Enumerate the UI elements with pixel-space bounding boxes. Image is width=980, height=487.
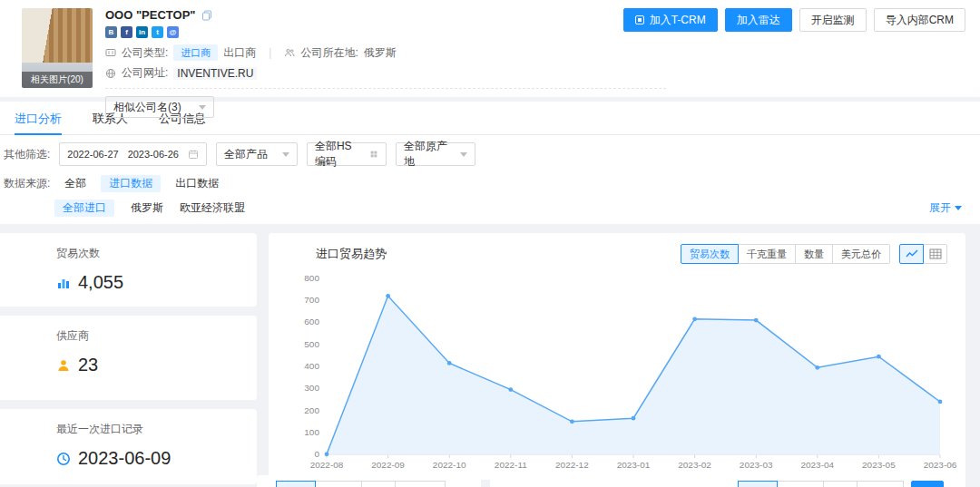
company-type-label: 公司类型: (122, 45, 168, 61)
location-label: 公司所在地: (300, 45, 358, 61)
svg-text:2022-12: 2022-12 (555, 460, 589, 470)
supplier-card: 供应商 23 (0, 316, 257, 400)
svg-text:2023-01: 2023-01 (617, 460, 651, 470)
import-crm-button[interactable]: 导入内部CRM (874, 8, 965, 32)
expand-button[interactable]: 展开 (929, 200, 962, 216)
source-option-import[interactable]: 进口数据 (101, 175, 161, 192)
related-images-label[interactable]: 相关图片(20) (22, 72, 93, 88)
svg-text:2023-04: 2023-04 (800, 460, 834, 470)
scope-option-russia[interactable]: 俄罗斯 (131, 200, 163, 216)
similar-companies-label: 相似公司名(3) (113, 100, 181, 115)
scope-option-eaeu[interactable]: 欧亚经济联盟 (180, 200, 245, 216)
metric-toggle-quantity[interactable]: 数量 (795, 244, 833, 264)
linkedin-icon[interactable]: in (136, 26, 148, 38)
svg-text:2023-06: 2023-06 (924, 460, 957, 470)
metric-toggle-kg-weight[interactable]: 千克重量 (738, 244, 796, 264)
source-option-export[interactable]: 出口数据 (175, 176, 219, 191)
company-name: OOO "PECTOP" (105, 8, 196, 22)
date-end-value: 2023-06-26 (128, 149, 179, 160)
last-import-title: 最近一次进口记录 (56, 422, 242, 437)
metric-toggle-trade-count[interactable]: 贸易次数 (681, 244, 739, 264)
email-icon[interactable]: @ (167, 26, 179, 38)
stats-column: 贸易次数 4,055 供应商 23 最近一次进口记录 (0, 233, 257, 484)
chevron-down-icon (199, 105, 206, 110)
svg-text:2023-03: 2023-03 (740, 460, 773, 470)
supplier-value: 23 (78, 355, 98, 375)
svg-text:0: 0 (314, 449, 319, 459)
divider (105, 88, 666, 89)
social-links: B f in t @ (105, 26, 666, 38)
company-type-icon (105, 47, 116, 58)
trade-count-value: 4,055 (78, 272, 123, 293)
content-area: 贸易次数 4,055 供应商 23 最近一次进口记录 (0, 233, 980, 484)
tcrm-icon (635, 15, 644, 24)
bottom-right-toggle-group (739, 481, 944, 487)
vk-icon[interactable]: B (105, 26, 117, 38)
trade-trend-title: 进口贸易趋势 (316, 246, 387, 262)
calendar-icon (188, 149, 199, 160)
table-view-button[interactable] (923, 244, 947, 264)
location-icon (284, 47, 295, 58)
hs-code-select[interactable]: 全部HS编码 (307, 142, 387, 166)
join-tcrm-label: 加入T-CRM (650, 13, 706, 28)
toggle-button[interactable] (315, 481, 362, 487)
tab-import-analysis[interactable]: 进口分析 (15, 102, 62, 135)
last-import-value: 2023-06-09 (78, 448, 171, 469)
supplier-icon (56, 358, 71, 373)
svg-text:2022-09: 2022-09 (371, 460, 405, 470)
trade-trend-card: 进口贸易趋势 贸易次数 千克重量 数量 美元总价 010020030040050… (269, 233, 965, 480)
toggle-button[interactable] (276, 481, 316, 487)
svg-text:300: 300 (304, 383, 319, 393)
bottom-left-card (257, 475, 481, 487)
svg-text:2022-08: 2022-08 (310, 460, 344, 470)
join-tcrm-button[interactable]: 加入T-CRM (623, 8, 718, 32)
join-radar-button[interactable]: 加入雷达 (725, 8, 792, 32)
metric-toggle-usd-total[interactable]: 美元总价 (832, 244, 890, 264)
facebook-icon[interactable]: f (121, 26, 132, 38)
toggle-button[interactable] (823, 481, 858, 487)
similar-companies-select[interactable]: 相似公司名(3) (105, 96, 214, 118)
company-header: 相关图片(20) OOO "PECTOP" B f in t @ 公司类型: 进… (0, 0, 980, 97)
twitter-icon[interactable]: t (152, 26, 163, 38)
toggle-button[interactable] (738, 481, 778, 487)
line-chart-view-button[interactable] (899, 244, 924, 264)
metric-toggle-group: 贸易次数 千克重量 数量 美元总价 (681, 244, 890, 264)
svg-text:600: 600 (304, 317, 319, 327)
svg-text:700: 700 (304, 295, 319, 305)
data-source-label: 数据来源: (4, 176, 50, 191)
origin-select[interactable]: 全部原产地 (396, 142, 475, 166)
toggle-button[interactable] (777, 481, 824, 487)
trade-trend-chart: 01002003004005006007008002022-082022-092… (276, 273, 953, 474)
expand-label: 展开 (929, 200, 951, 216)
source-option-all[interactable]: 全部 (64, 176, 86, 191)
bottom-right-card (490, 475, 965, 487)
website-link[interactable]: INVENTIVE.RU (173, 67, 257, 80)
date-range-picker[interactable]: 2022-06-27 2023-06-26 (59, 142, 207, 166)
toggle-button[interactable] (361, 481, 396, 487)
start-monitor-button[interactable]: 开启监测 (799, 8, 867, 32)
action-button[interactable] (911, 481, 944, 487)
scope-option-all-import[interactable]: 全部进口 (54, 200, 114, 217)
product-select[interactable]: 全部产品 (216, 142, 298, 166)
company-photo[interactable]: 相关图片(20) (22, 8, 93, 88)
globe-icon (105, 68, 116, 79)
svg-text:200: 200 (304, 405, 319, 415)
product-select-value: 全部产品 (224, 147, 268, 162)
header-actions: 加入T-CRM 加入雷达 开启监测 导入内部CRM (623, 8, 965, 32)
filters-section: 其他筛选: 2022-06-27 2023-06-26 全部产品 全部HS编码 … (0, 135, 980, 224)
hs-code-select-value: 全部HS编码 (315, 139, 362, 170)
analysis-panel: 进口分析 联系人 公司信息 其他筛选: 2022-06-27 2023-06-2… (0, 102, 980, 224)
bar-chart-icon (56, 276, 71, 290)
last-import-card: 最近一次进口记录 2023-06-09 (0, 409, 257, 484)
toggle-button[interactable] (395, 481, 446, 487)
toggle-button[interactable] (857, 481, 904, 487)
date-start-value: 2022-06-27 (67, 149, 118, 160)
join-radar-label: 加入雷达 (737, 13, 780, 28)
trade-count-card: 贸易次数 4,055 (0, 233, 257, 307)
trade-count-title: 贸易次数 (56, 246, 242, 261)
svg-text:500: 500 (304, 339, 319, 349)
chevron-down-icon (955, 206, 962, 210)
divider: | (269, 46, 271, 59)
copy-icon[interactable] (201, 10, 212, 21)
chevron-down-icon (460, 152, 467, 157)
